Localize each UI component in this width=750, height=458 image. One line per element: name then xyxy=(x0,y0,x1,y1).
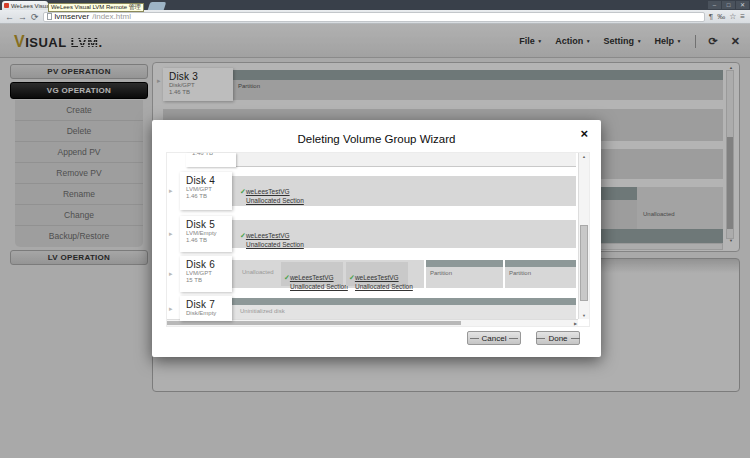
expand-arrow-icon[interactable]: ▸ xyxy=(169,230,173,238)
unallocated-section-link[interactable]: Unallocated Section xyxy=(246,241,304,248)
dialog-close-icon[interactable]: × xyxy=(580,126,588,141)
disk6-unallocated-label: Unalloacted xyxy=(242,269,274,275)
scrollbar-thumb[interactable] xyxy=(580,225,588,301)
dialog-title: Deleting Volume Group Wizard xyxy=(152,120,601,145)
disk7-name: Disk 7 xyxy=(186,299,232,310)
expand-arrow-icon[interactable]: ▸ xyxy=(169,187,173,195)
disk6-vg-segment-2: ✓weLeesTestVG Unallocated Section xyxy=(346,262,408,286)
disk6-vg-segment-1: ✓weLeesTestVG Unallocated Section xyxy=(281,262,343,286)
unallocated-section-link[interactable]: Unallocated Section xyxy=(290,283,348,290)
done-button[interactable]: Done xyxy=(536,331,580,345)
disk5-name: Disk 5 xyxy=(186,219,232,230)
disk5-label[interactable]: Disk 5 LVM/Empty 1.46 TB xyxy=(180,216,232,252)
disk7-type: Disk/Empty xyxy=(186,310,232,317)
disk5-bar: ✓weLeesTestVG Unallocated Section xyxy=(232,220,576,248)
window-close-button[interactable]: ✕ xyxy=(736,1,749,9)
dialog-buttons: Cancel Done xyxy=(467,331,580,345)
window-minimize-button[interactable]: – xyxy=(708,1,721,9)
scroll-right-icon[interactable]: ▶ xyxy=(574,321,577,326)
reload-icon[interactable]: ⟳ xyxy=(31,11,39,23)
disk6-type: LVM/GPT xyxy=(186,270,232,277)
disk4-type: LVM/GPT xyxy=(186,186,232,193)
disk4-label[interactable]: Disk 4 LVM/GPT 1.46 TB xyxy=(180,172,232,210)
unallocated-section-link[interactable]: Unallocated Section xyxy=(355,283,413,290)
scroll-down-icon[interactable]: ▼ xyxy=(582,313,586,318)
extension-icon-2[interactable]: ‰ xyxy=(717,12,725,21)
disk6-partition-segment-2[interactable]: Partition xyxy=(503,260,576,288)
wizard-row-disk4: ▸ Disk 4 LVM/GPT 1.46 TB ✓weLeesTestVG U… xyxy=(167,172,577,210)
disk4-bar: ✓weLeesTestVG Unallocated Section xyxy=(232,176,576,206)
button-line-decoration xyxy=(536,338,545,339)
browser-address-bar: ← → ⟳ lvmserver /index.html ¶ ‰ ☆ ≡ xyxy=(0,10,750,24)
scrollbar-thumb[interactable] xyxy=(167,321,461,325)
browser-tab[interactable]: WeLees Visual LVM Remo × xyxy=(2,1,48,10)
done-button-label: Done xyxy=(548,334,567,343)
disk5-type: LVM/Empty xyxy=(186,230,232,237)
tab-tooltip: WeLees Visual LVM Remote 管理 xyxy=(48,3,144,12)
wizard-vertical-scrollbar[interactable]: ▲ ▼ xyxy=(578,153,589,319)
disk6-partition-segment-1[interactable]: Partition xyxy=(424,260,503,288)
partition-label: Partition xyxy=(509,270,576,276)
url-input[interactable]: lvmserver /index.html xyxy=(43,12,705,22)
window-controls: – □ ✕ xyxy=(708,1,749,9)
button-line-decoration xyxy=(470,338,479,339)
back-icon[interactable]: ← xyxy=(5,11,14,23)
unallocated-section-wrap: Unallocated Section xyxy=(355,275,413,293)
disk7-bar: Uninitialized disk xyxy=(232,298,576,319)
disk6-bar: Unalloacted ✓weLeesTestVG Unallocated Se… xyxy=(232,260,576,288)
deleting-vg-wizard-dialog: Deleting Volume Group Wizard × 1.46 TB ▸… xyxy=(152,120,601,357)
partition-header-strip xyxy=(505,260,576,267)
scroll-up-icon[interactable]: ▲ xyxy=(582,154,586,159)
disk5-size: 1.46 TB xyxy=(186,237,232,244)
bookmark-star-icon[interactable]: ☆ xyxy=(729,12,736,21)
disk7-label[interactable]: Disk 7 Disk/Empty xyxy=(180,296,232,321)
button-line-decoration xyxy=(571,338,580,339)
page-icon xyxy=(47,13,52,20)
partition-label: Partition xyxy=(430,270,503,276)
disk4-size: 1.46 TB xyxy=(186,193,232,200)
disk6-name: Disk 6 xyxy=(186,259,232,270)
cancel-button-label: Cancel xyxy=(482,334,507,343)
wizard-row-disk7: ▸ Disk 7 Disk/Empty Uninitialized disk xyxy=(167,296,577,321)
partial-disk-label: 1.46 TB xyxy=(186,153,236,167)
unallocated-section-link[interactable]: Unallocated Section xyxy=(246,197,304,204)
browser-menu-icon[interactable]: ≡ xyxy=(740,12,745,21)
unallocated-section-wrap: Unallocated Section xyxy=(290,275,348,293)
forward-icon[interactable]: → xyxy=(18,11,27,23)
disk6-label[interactable]: Disk 6 LVM/GPT 15 TB xyxy=(180,256,232,292)
url-path: /index.html xyxy=(92,12,131,21)
expand-arrow-icon[interactable]: ▸ xyxy=(169,305,173,313)
uninitialized-disk-label: Uninitialized disk xyxy=(240,308,285,314)
extension-icon-1[interactable]: ¶ xyxy=(709,12,713,21)
new-tab-button[interactable] xyxy=(148,2,167,10)
disk6-size: 15 TB xyxy=(186,277,232,284)
wizard-row-disk6: ▸ Disk 6 LVM/GPT 15 TB Unalloacted ✓weLe… xyxy=(167,256,577,292)
window-maximize-button[interactable]: □ xyxy=(722,1,735,9)
unallocated-section-wrap: Unallocated Section xyxy=(246,189,304,207)
url-host: lvmserver xyxy=(55,12,90,21)
favicon-icon xyxy=(4,3,9,8)
wizard-disk-list: 1.46 TB ▸ Disk 4 LVM/GPT 1.46 TB ✓weLees… xyxy=(166,152,590,327)
uninitialized-header-strip xyxy=(232,298,576,305)
expand-arrow-icon[interactable]: ▸ xyxy=(169,270,173,278)
button-line-decoration xyxy=(509,338,518,339)
partition-header-strip xyxy=(426,260,503,267)
partial-disk-bar xyxy=(236,153,576,167)
wizard-row-disk5: ▸ Disk 5 LVM/Empty 1.46 TB ✓weLeesTestVG… xyxy=(167,216,577,252)
disk4-name: Disk 4 xyxy=(186,175,232,186)
tab-title: WeLees Visual LVM Remo xyxy=(11,3,48,9)
cancel-button[interactable]: Cancel xyxy=(467,331,521,345)
unallocated-section-wrap: Unallocated Section xyxy=(246,233,304,251)
